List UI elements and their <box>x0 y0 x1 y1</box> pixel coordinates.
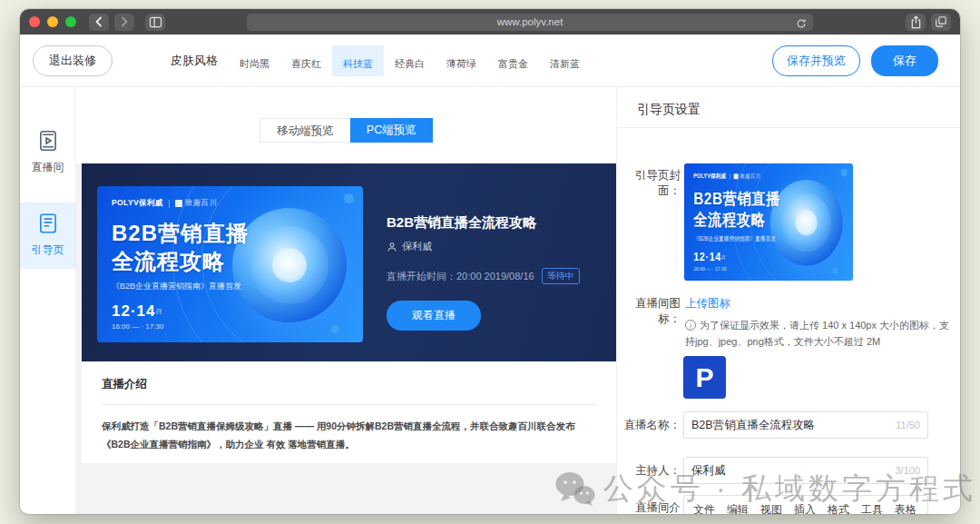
sidebar-toggle-button[interactable] <box>145 14 165 31</box>
info-icon: i <box>685 320 696 331</box>
skin-name: 科技蓝 <box>332 57 384 71</box>
close-window-button[interactable] <box>29 16 40 27</box>
cover-thumbnail-banner: POLYV保利威 致趣百川 B2B营销直播 全流程攻略 《B2B企业直播营销指南… <box>684 163 853 281</box>
chevron-right-icon <box>121 16 128 27</box>
live-cover-banner: POLYV保利威 致趣百川 B2B营销直播 全流程攻略 《B2B企业直播营销指南… <box>97 186 363 342</box>
page-content: 直播间 引导页 移动端预览 PC端预览 <box>20 87 960 514</box>
save-button[interactable]: 保存 <box>871 45 938 76</box>
chevron-left-icon <box>95 16 103 27</box>
live-name-counter: 11/50 <box>896 420 920 430</box>
url-text: www.polyv.net <box>497 16 564 27</box>
banner-date: 12·14日 <box>112 302 162 321</box>
watch-live-button[interactable]: 观看直播 <box>387 301 481 331</box>
address-bar[interactable]: www.polyv.net <box>247 14 813 31</box>
skin-option-gold[interactable]: 富贵金 <box>487 45 539 76</box>
co-brand-logo-icon <box>175 200 182 207</box>
live-info-panel: B2B营销直播全流程攻略 保利威 直播开始时间：20:00 2019/08/16… <box>387 163 580 361</box>
preview-area: 移动端预览 PC端预览 POLYV保利威 致趣百川 <box>76 87 616 514</box>
room-intro-label: 直播间介绍： <box>617 500 681 514</box>
editor-menu-edit[interactable]: 编辑 <box>727 502 749 514</box>
skin-name: 时尚黑 <box>229 57 280 71</box>
skin-name: 富贵金 <box>487 57 539 71</box>
room-icon-label: 直播间图标： <box>617 296 681 327</box>
left-sidebar: 直播间 引导页 <box>20 87 76 514</box>
sidebar-toggle-icon <box>149 16 162 28</box>
live-name-input[interactable] <box>691 419 890 431</box>
skin-name: 喜庆红 <box>280 57 332 71</box>
upload-icon-link[interactable]: 上传图标 <box>685 296 730 311</box>
back-button[interactable] <box>89 14 109 31</box>
disc-graphic <box>232 208 347 322</box>
skin-option-red[interactable]: 喜庆红 <box>280 45 332 76</box>
tab-pc-preview[interactable]: PC端预览 <box>350 118 433 143</box>
start-time-text: 直播开始时间：20:00 2019/08/16 <box>387 270 534 283</box>
skin-name: 清新蓝 <box>539 57 591 71</box>
divider <box>617 127 960 128</box>
banner-brand-row: POLYV保利威 致趣百川 <box>112 198 217 209</box>
host-counter: 3/100 <box>895 465 920 476</box>
live-title: B2B营销直播全流程攻略 <box>387 214 580 232</box>
save-and-preview-button[interactable]: 保存并预览 <box>772 45 860 76</box>
share-icon <box>910 15 922 29</box>
skin-name: 经典白 <box>384 57 436 71</box>
decorate-toolbar: 退出装修 皮肤风格 时尚黑 喜庆红 科技蓝 经典白 薄荷绿 <box>20 35 960 87</box>
refresh-button[interactable] <box>796 16 807 33</box>
divider <box>102 404 596 405</box>
tab-mobile-preview[interactable]: 移动端预览 <box>260 118 350 143</box>
editor-menu-bar: 文件 编辑 视图 插入 格式 工具 表格 <box>684 496 927 514</box>
editor-menu-view[interactable]: 视图 <box>760 502 782 514</box>
skin-option-fresh-blue[interactable]: 清新蓝 <box>539 45 591 76</box>
intro-body: 保利威打造「B2B营销直播保姆级攻略」直播 —— 用90分钟拆解B2B营销直播全… <box>102 418 582 454</box>
status-badge: 等待中 <box>542 268 580 284</box>
editor-menu-insert[interactable]: 插入 <box>794 502 816 514</box>
room-icon-preview: P <box>683 356 726 399</box>
guide-settings-panel: 引导页设置 引导页封面： POLYV保利威 致趣百川 <box>616 87 960 514</box>
sidebar-item-label: 引导页 <box>20 242 75 258</box>
share-button[interactable] <box>906 14 926 31</box>
guide-page-stage: POLYV保利威 致趣百川 B2B营销直播 全流程攻略 《B2B企业直播营销指南… <box>82 163 616 361</box>
editor-menu-tools[interactable]: 工具 <box>861 502 883 514</box>
banner-title: B2B营销直播 全流程攻略 <box>112 219 249 275</box>
live-name-label: 直播名称： <box>617 418 681 433</box>
editor-menu-file[interactable]: 文件 <box>693 502 715 514</box>
sidebar-item-guide-page[interactable]: 引导页 <box>20 203 75 269</box>
cover-label: 引导页封面： <box>617 168 681 199</box>
skin-swatch-list: 时尚黑 喜庆红 科技蓝 经典白 薄荷绿 富贵金 <box>229 45 591 76</box>
editor-menu-table[interactable]: 表格 <box>895 502 916 514</box>
forward-button[interactable] <box>114 14 134 31</box>
glow-dot <box>344 193 354 203</box>
intro-heading: 直播介绍 <box>102 377 596 392</box>
host-label: 主持人： <box>617 463 681 479</box>
skin-option-black[interactable]: 时尚黑 <box>229 45 280 76</box>
browser-titlebar: www.polyv.net <box>20 9 960 35</box>
banner-time: 16:00 — · 17:30 <box>112 322 163 331</box>
live-name-fieldbox: 11/50 <box>683 411 928 439</box>
live-intro-card: 直播介绍 保利威打造「B2B营销直播保姆级攻略」直播 —— 用90分钟拆解B2B… <box>82 361 616 463</box>
sidebar-item-label: 直播间 <box>20 160 75 175</box>
polyv-logo-text: POLYV保利威 <box>112 198 163 209</box>
tabs-overview-icon <box>935 15 947 28</box>
room-intro-editor[interactable]: 文件 编辑 视图 插入 格式 工具 表格 <box>683 495 928 514</box>
fullscreen-window-button[interactable] <box>65 16 76 27</box>
show-tabs-button[interactable] <box>931 14 951 31</box>
glow-dot <box>331 325 339 333</box>
minimize-window-button[interactable] <box>47 16 58 27</box>
host-name: 保利威 <box>402 240 432 253</box>
co-brand-text: 致趣百川 <box>185 198 218 209</box>
host-input[interactable] <box>691 464 889 477</box>
banner-subtitle: 《B2B企业直播营销指南》直播首发 <box>112 281 241 292</box>
guide-cover-thumbnail[interactable]: POLYV保利威 致趣百川 B2B营销直播 全流程攻略 《B2B企业直播营销指南… <box>684 163 853 281</box>
skin-option-tech-blue-selected[interactable]: 科技蓝 <box>332 45 384 76</box>
skin-style-label: 皮肤风格 <box>171 53 218 69</box>
skin-name: 薄荷绿 <box>436 57 487 71</box>
skin-option-green[interactable]: 薄荷绿 <box>436 45 487 76</box>
preview-mode-tabs: 移动端预览 PC端预览 <box>76 118 616 143</box>
live-room-icon <box>36 129 60 153</box>
panel-title: 引导页设置 <box>637 102 701 118</box>
skin-option-white[interactable]: 经典白 <box>384 45 436 76</box>
editor-menu-format[interactable]: 格式 <box>828 502 849 514</box>
exit-decorate-button[interactable]: 退出装修 <box>33 45 113 76</box>
divider <box>169 200 170 208</box>
live-start-time-row: 直播开始时间：20:00 2019/08/16 等待中 <box>387 268 580 284</box>
sidebar-item-live-room[interactable]: 直播间 <box>20 120 75 186</box>
